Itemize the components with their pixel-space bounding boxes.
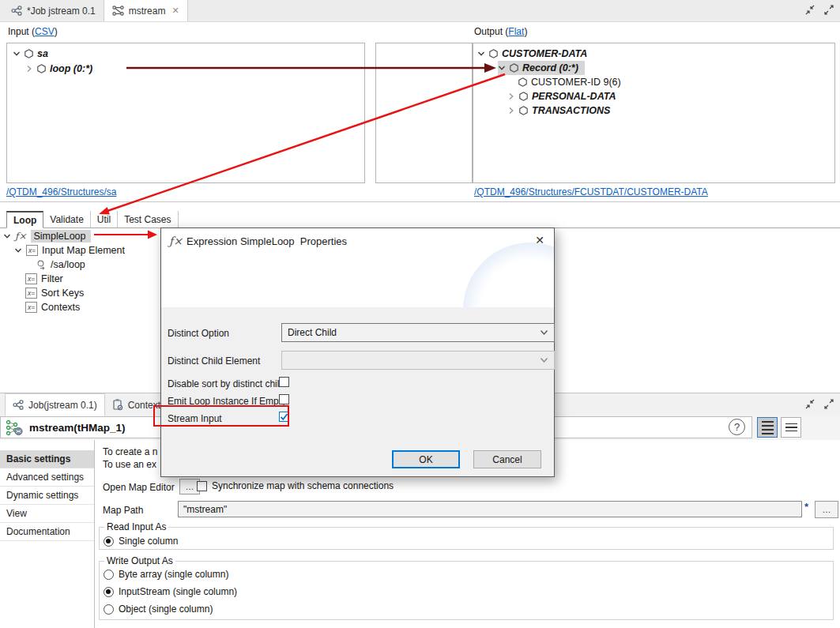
cancel-button[interactable]: Cancel bbox=[473, 450, 541, 468]
tree-item-simpleloop[interactable]: ƒ× SimpleLoop bbox=[3, 229, 91, 243]
output-label: Output ( bbox=[474, 26, 508, 37]
write-byte-array-option: Byte array (single column) bbox=[104, 568, 228, 581]
tree-item-label: PERSONAL-DATA bbox=[532, 91, 616, 102]
tree-item-transactions[interactable]: TRANSACTIONS bbox=[507, 103, 610, 118]
hexagon-icon bbox=[37, 64, 46, 73]
input-structure-link[interactable]: /QTDM_496/Structures/sa bbox=[6, 186, 116, 197]
tab-label: Job(jstream 0.1) bbox=[28, 400, 97, 411]
close-tab-icon[interactable]: ✕ bbox=[171, 6, 179, 16]
tree-item-sa-loop-path[interactable]: /sa/loop bbox=[36, 258, 85, 272]
sync-map-option: Synchronize map with schema connections bbox=[197, 479, 394, 492]
job-icon bbox=[13, 400, 24, 410]
tree-item-label: /sa/loop bbox=[51, 259, 85, 270]
sidebar-item-documentation[interactable]: Documentation bbox=[0, 523, 94, 541]
hexagon-icon bbox=[489, 49, 498, 58]
chevron-down-icon bbox=[13, 50, 21, 58]
disable-sort-label: Disable sort by distinct child bbox=[168, 378, 284, 389]
view-toggle-detailed-icon[interactable] bbox=[757, 417, 778, 438]
required-marker: * bbox=[804, 501, 808, 513]
distinct-child-select[interactable] bbox=[281, 351, 555, 370]
variable-icon: x= bbox=[25, 288, 37, 299]
variable-icon: x= bbox=[25, 302, 37, 313]
tree-item-sa[interactable]: sa bbox=[13, 47, 48, 61]
byte-array-radio[interactable] bbox=[104, 570, 114, 580]
map-path-field[interactable]: "mstream" bbox=[178, 501, 802, 517]
map-path-browse-button[interactable]: … bbox=[815, 501, 838, 518]
disable-sort-checkbox[interactable] bbox=[279, 377, 289, 387]
read-input-as-legend: Read Input As bbox=[104, 521, 168, 532]
tree-item-contexts[interactable]: x= Contexts bbox=[25, 300, 80, 314]
tab-label: mstream bbox=[129, 6, 166, 17]
hint-text-line2: To use an ex bbox=[103, 459, 156, 470]
tree-item-loop[interactable]: loop (0:*) bbox=[25, 62, 92, 76]
tab-label: *Job jstream 0.1 bbox=[27, 6, 96, 17]
tab-job-view[interactable]: Job(jstream 0.1) bbox=[5, 393, 105, 416]
object-label: Object (single column) bbox=[119, 604, 213, 615]
sync-map-label: Synchronize map with schema connections bbox=[212, 480, 394, 491]
tree-item-label: Input Map Element bbox=[42, 245, 125, 256]
single-column-label: Single column bbox=[119, 536, 178, 547]
help-icon[interactable]: ? bbox=[729, 419, 745, 435]
tab-validate[interactable]: Validate bbox=[43, 211, 90, 228]
tree-item-label: loop (0:*) bbox=[50, 63, 92, 74]
view-toggle-compact-icon[interactable] bbox=[781, 417, 801, 438]
single-column-radio[interactable] bbox=[104, 536, 114, 547]
bar bbox=[785, 427, 797, 428]
chevron-down-icon bbox=[540, 329, 548, 336]
emit-loop-checkbox[interactable] bbox=[279, 394, 289, 404]
editor-window-controls bbox=[804, 4, 835, 18]
mapper-tab-row: Loop Validate Util Test Cases bbox=[0, 211, 840, 228]
distinct-option-value: Direct Child bbox=[288, 327, 337, 338]
tree-item-filter[interactable]: x= Filter bbox=[25, 272, 63, 286]
output-structure-link[interactable]: /QTDM_496/Structures/FCUSTDAT/CUSTOMER-D… bbox=[474, 186, 708, 197]
output-label-suffix: ) bbox=[524, 26, 527, 37]
hint-text-line1: To create a n bbox=[103, 446, 157, 457]
minimize-view-icon[interactable] bbox=[804, 4, 816, 18]
tree-item-customer-data[interactable]: CUSTOMER-DATA bbox=[477, 47, 587, 61]
sidebar-item-view[interactable]: View bbox=[0, 505, 94, 523]
input-format-link[interactable]: CSV bbox=[35, 26, 55, 37]
tree-item-label: Sort Keys bbox=[41, 288, 84, 299]
tree-item-personal-data[interactable]: PERSONAL-DATA bbox=[507, 89, 616, 103]
write-inputstream-option: InputStream (single column) bbox=[104, 585, 237, 598]
tab-test-cases[interactable]: Test Cases bbox=[118, 211, 178, 228]
tree-item-label: Record (0:*) bbox=[522, 62, 578, 73]
dialog-title: Expression SimpleLoop Properties bbox=[186, 235, 347, 247]
object-radio[interactable] bbox=[104, 604, 114, 615]
tab-util[interactable]: Util bbox=[91, 211, 118, 228]
close-icon[interactable]: ✕ bbox=[535, 234, 544, 246]
sidebar-item-advanced-settings[interactable]: Advanced settings bbox=[0, 468, 94, 487]
fx-icon: ƒ× bbox=[15, 231, 27, 241]
stream-input-highlight-box bbox=[153, 405, 289, 427]
tree-item-input-map-element[interactable]: x= Input Map Element bbox=[14, 243, 125, 258]
maximize-view-icon[interactable] bbox=[823, 4, 835, 18]
tab-label: Util bbox=[97, 214, 111, 225]
open-map-editor-label: Open Map Editor bbox=[103, 482, 175, 493]
thmap-component-icon bbox=[6, 419, 23, 436]
write-object-option: Object (single column) bbox=[104, 603, 213, 615]
tab-job-jstream[interactable]: *Job jstream 0.1 bbox=[3, 0, 104, 21]
sync-map-checkbox[interactable] bbox=[197, 481, 207, 491]
annotation-arrow-simpleloop-to-dialog bbox=[94, 231, 157, 239]
tree-item-record[interactable]: Record (0:*) bbox=[498, 61, 585, 75]
tree-item-sort-keys[interactable]: x= Sort Keys bbox=[25, 286, 84, 300]
chevron-down-icon bbox=[14, 246, 22, 254]
inputstream-radio[interactable] bbox=[104, 587, 114, 597]
tree-item-label: TRANSACTIONS bbox=[532, 105, 610, 116]
variable-icon: x= bbox=[25, 273, 37, 284]
distinct-option-select[interactable]: Direct Child bbox=[281, 323, 555, 342]
sidebar-item-dynamic-settings[interactable]: Dynamic settings bbox=[0, 487, 94, 505]
tab-mstream[interactable]: mstream ✕ bbox=[104, 0, 188, 21]
hexagon-icon bbox=[24, 49, 33, 58]
tab-loop[interactable]: Loop bbox=[6, 211, 43, 228]
output-format-link[interactable]: Flat bbox=[508, 26, 524, 37]
chevron-down-icon bbox=[540, 357, 548, 363]
sidebar-item-basic-settings[interactable]: Basic settings bbox=[0, 450, 94, 468]
ok-button[interactable]: OK bbox=[392, 450, 460, 468]
input-panel-header: Input (CSV) bbox=[8, 26, 58, 37]
read-input-as-group: Read Input As bbox=[99, 521, 834, 550]
divider bbox=[0, 201, 840, 202]
tree-item-customer-id[interactable]: CUSTOMER-ID 9(6) bbox=[518, 75, 621, 89]
minimize-view-icon[interactable] bbox=[804, 398, 816, 412]
maximize-view-icon[interactable] bbox=[823, 398, 835, 412]
